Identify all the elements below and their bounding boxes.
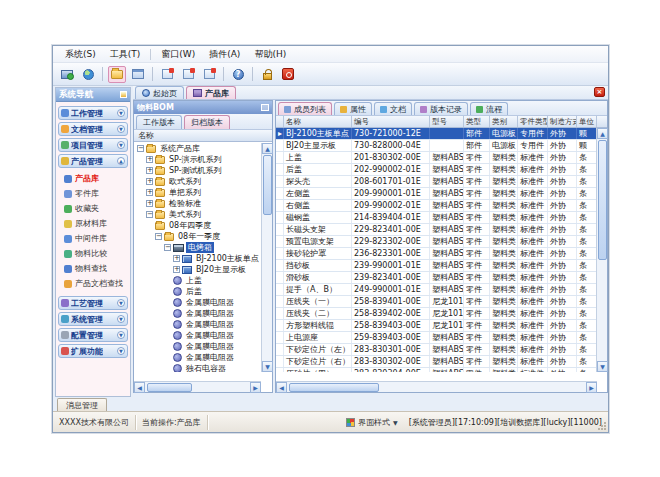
table-row[interactable]: 预置电源支架229-823302-00E塑料ABS零件塑料类标准件外协条	[276, 236, 597, 248]
doc-checkin-button[interactable]	[200, 66, 218, 83]
tree-node-单把系列[interactable]: +单把系列	[134, 187, 261, 198]
doc-new-button[interactable]	[158, 66, 176, 83]
collapse-icon[interactable]: −	[146, 211, 153, 218]
tree-node-检验标准[interactable]: +检验标准	[134, 198, 261, 209]
version-tab-归档版本[interactable]: 归档版本	[184, 115, 230, 129]
tree-node-SP-测试机系列[interactable]: +SP-测试机系列	[134, 165, 261, 176]
message-manager-tab[interactable]: 消息管理	[57, 398, 107, 411]
column-header-零件类型[interactable]: 零件类型	[518, 116, 548, 127]
chevron-down-icon[interactable]: ▼	[117, 331, 125, 339]
menu-item-4[interactable]: 插件(A)	[203, 47, 246, 62]
sidebar-item-收藏夹[interactable]: 收藏夹	[64, 201, 128, 216]
tree-node-欧式系列[interactable]: +欧式系列	[134, 176, 261, 187]
navigator-menu-icon[interactable]	[120, 91, 127, 98]
sidebar-section-文档管理[interactable]: 文档管理▼	[58, 122, 128, 136]
column-header-类型[interactable]: 类型	[464, 116, 490, 127]
resize-grip[interactable]	[597, 421, 607, 431]
expand-icon[interactable]: +	[146, 167, 153, 174]
chevron-down-icon[interactable]: ▼	[117, 109, 125, 117]
pin-icon[interactable]	[261, 104, 269, 111]
expand-icon[interactable]: +	[173, 255, 180, 262]
sidebar-section-扩展功能[interactable]: 扩展功能▼	[58, 344, 128, 358]
table-row[interactable]: 下砂定位片（右）283-830302-00E塑料ABS零件塑料类标准件外协条	[276, 356, 597, 368]
tree-node-BJ-2100主板单点[interactable]: +BJ-2100主板单点	[134, 253, 261, 264]
table-row[interactable]: 后盖202-990002-01E塑料ABS零件塑料类标准件外协条	[276, 164, 597, 176]
column-header-名称[interactable]: 名称	[284, 116, 352, 127]
table-row[interactable]: 长磁头支架229-823401-00E塑料ABS零件塑料类标准件外协条	[276, 224, 597, 236]
scroll-left-icon[interactable]: ◀	[276, 382, 287, 393]
sidebar-item-原材料库[interactable]: 原材料库	[64, 216, 128, 231]
sidebar-section-工艺管理[interactable]: 工艺管理▼	[58, 296, 128, 310]
table-row[interactable]: 压线夹（二）258-839402-00E尼龙1010零件塑料类标准件外协条	[276, 308, 597, 320]
table-row[interactable]: 左侧盖209-990001-01E塑料ABS零件塑料类标准件外协条	[276, 188, 597, 200]
table-row[interactable]: 方形塑料线辊258-839403-00E尼龙1010零件塑料类标准件外协条	[276, 320, 597, 332]
help-button[interactable]: ?	[229, 66, 247, 83]
scrollbar-thumb[interactable]	[289, 383, 379, 392]
sidebar-section-配置管理[interactable]: 配置管理▼	[58, 328, 128, 342]
tree-node-上盖[interactable]: 上盖	[134, 275, 261, 286]
expand-icon[interactable]: +	[146, 178, 153, 185]
tree-column-header[interactable]: 名称	[134, 130, 272, 142]
collapse-icon[interactable]: −	[164, 244, 171, 251]
scrollbar-thumb[interactable]	[263, 155, 272, 215]
scrollbar-thumb[interactable]	[598, 140, 607, 260]
table-row[interactable]: BJ20主显示板730-828000-04E部件电源板专用件外协颗	[276, 140, 597, 152]
table-row[interactable]: 右侧盖209-990002-01E塑料ABS零件塑料类标准件外协条	[276, 200, 597, 212]
tab-文档[interactable]: 文档	[374, 102, 412, 115]
version-tab-工作版本[interactable]: 工作版本	[136, 115, 182, 129]
chevron-up-icon[interactable]: ▲	[117, 157, 125, 165]
chevron-down-icon[interactable]: ▼	[117, 347, 125, 355]
column-header-编号[interactable]: 编号	[352, 116, 430, 127]
tree-node-08年四季度[interactable]: 08年四季度	[134, 220, 261, 231]
tree-node-电烤箱[interactable]: −电烤箱	[134, 242, 261, 253]
column-header-制造方式[interactable]: 制造方式	[548, 116, 577, 127]
tab-流程[interactable]: 流程	[470, 102, 508, 115]
internet-button[interactable]	[79, 66, 97, 83]
expand-icon[interactable]: +	[146, 200, 153, 207]
sidebar-item-物料查找[interactable]: 物料查找	[64, 261, 128, 276]
tree-horizontal-scrollbar[interactable]: ◀ ▶	[134, 381, 261, 392]
sidebar-item-物料比较[interactable]: 物料比较	[64, 246, 128, 261]
scroll-down-icon[interactable]: ▼	[597, 361, 608, 372]
table-row[interactable]: 上电源座259-839403-00E塑料ABS零件塑料类标准件外协条	[276, 332, 597, 344]
tree-node-独石电容器[interactable]: 独石电容器	[134, 363, 261, 372]
sidebar-item-产品库[interactable]: 产品库	[64, 171, 128, 186]
tree-node-金属膜电阻器[interactable]: 金属膜电阻器	[134, 308, 261, 319]
sidebar-item-产品文档查找[interactable]: 产品文档查找	[64, 276, 128, 291]
table-row[interactable]: 下砂定位片（左）283-830301-00E塑料ABS零件塑料类标准件外协条	[276, 344, 597, 356]
tree-node-美式系列[interactable]: −美式系列	[134, 209, 261, 220]
scroll-down-icon[interactable]: ▼	[262, 361, 273, 372]
table-row[interactable]: 上盖201-830302-00E塑料ABS零件塑料类标准件外协条	[276, 152, 597, 164]
tree-node-08年一季度[interactable]: −08年一季度	[134, 231, 261, 242]
scroll-up-icon[interactable]: ▲	[262, 143, 273, 154]
tree-node-金属膜电阻器[interactable]: 金属膜电阻器	[134, 319, 261, 330]
tab-版本记录[interactable]: 版本记录	[414, 102, 468, 115]
sidebar-item-零件库[interactable]: 零件库	[64, 186, 128, 201]
collapse-icon[interactable]: −	[155, 233, 162, 240]
tree-node-BJ20主显示板[interactable]: +BJ20主显示板	[134, 264, 261, 275]
remote-desktop-button[interactable]	[58, 66, 76, 83]
table-row[interactable]: 接砂轮护罩236-823301-00E塑料ABS零件塑料类标准件外协条	[276, 248, 597, 260]
scrollbar-thumb[interactable]	[147, 383, 192, 392]
tree-node-金属膜电阻器[interactable]: 金属膜电阻器	[134, 352, 261, 363]
menu-item-2[interactable]: 工具(T)	[104, 47, 147, 62]
menu-item-5[interactable]: 帮助(H)	[248, 47, 292, 62]
tab-属性[interactable]: 属性	[334, 102, 372, 115]
chevron-down-icon[interactable]: ▼	[117, 141, 125, 149]
sidebar-section-产品管理[interactable]: 产品管理▲	[58, 154, 128, 168]
table-row[interactable]: 提手（A、B）249-990001-01E塑料ABS零件塑料类标准件外协条	[276, 284, 597, 296]
table-row[interactable]: 压线夹（一）258-839401-00E尼龙1010零件塑料类标准件外协条	[276, 296, 597, 308]
exit-button[interactable]	[279, 66, 297, 83]
menu-item-3[interactable]: 窗口(W)	[155, 47, 201, 62]
scroll-left-icon[interactable]: ◀	[134, 382, 145, 393]
scroll-right-icon[interactable]: ▶	[586, 382, 597, 393]
table-row[interactable]: 挡砂板239-990001-01E塑料ABS零件塑料类标准件外协条	[276, 260, 597, 272]
tree-node-金属膜电阻器[interactable]: 金属膜电阻器	[134, 297, 261, 308]
table-row[interactable]: ▸BJ-2100主板单点730-721000-12E部件电源板专用件外协颗	[276, 128, 597, 140]
tree-node-金属膜电阻器[interactable]: 金属膜电阻器	[134, 330, 261, 341]
table-vertical-scrollbar[interactable]: ▲ ▼	[596, 128, 607, 372]
table-row[interactable]: 探头壳208-601701-01E塑料ABS零件塑料类标准件外协条	[276, 176, 597, 188]
tree-node-后盖[interactable]: 后盖	[134, 286, 261, 297]
expand-icon[interactable]: +	[146, 156, 153, 163]
chevron-down-icon[interactable]: ▼	[117, 125, 125, 133]
